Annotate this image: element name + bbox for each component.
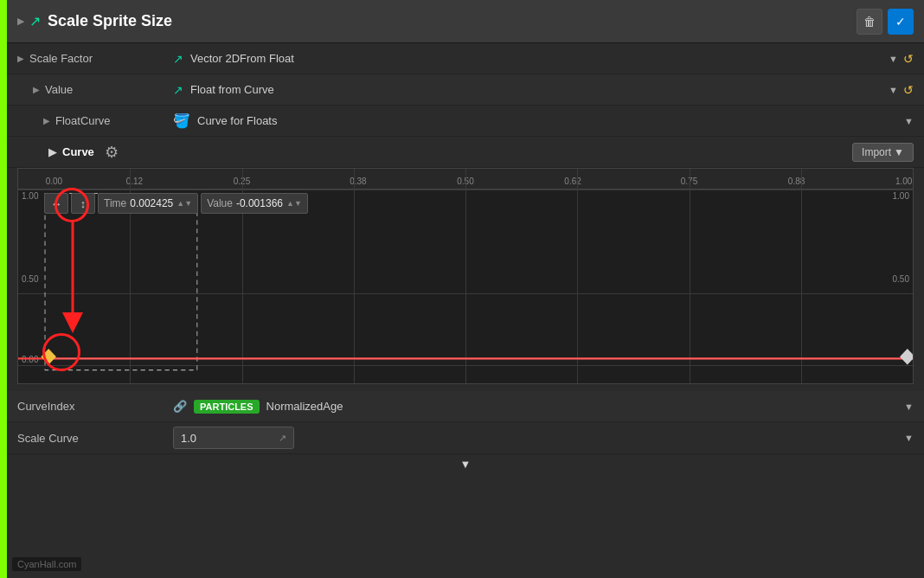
particles-badge[interactable]: PARTICLES — [194, 400, 260, 414]
floatcurve-label: ▶ FloatCurve — [17, 114, 173, 127]
value-arrow[interactable]: ▶ — [33, 85, 40, 94]
curve-collapse-arrow[interactable]: ▶ — [48, 145, 57, 158]
svg-rect-3 — [900, 349, 913, 365]
scale-input-arrow: ↗ — [279, 433, 286, 444]
floatcurve-row: ▶ FloatCurve 🪣 Curve for Floats ▼ — [7, 106, 924, 137]
value-reset[interactable]: ↺ — [903, 83, 914, 97]
curveindex-dropdown[interactable]: ▼ — [904, 401, 914, 412]
floatcurve-arrow[interactable]: ▶ — [43, 116, 50, 125]
scalecurve-label: Scale Curve — [17, 432, 173, 445]
scale-factor-dropdown[interactable]: ▼ — [889, 54, 898, 64]
import-container: Import ▼ — [852, 143, 914, 162]
annotation-arrow — [60, 221, 86, 333]
import-dropdown-arrow: ▼ — [894, 146, 904, 158]
scale-factor-label: ▶ Scale Factor — [17, 52, 173, 65]
annotation-circle-top — [55, 188, 89, 222]
floatcurve-dropdown[interactable]: ▼ — [904, 116, 914, 126]
value-field-label: Value — [207, 197, 233, 209]
time-field-arrow: ▲▼ — [176, 199, 192, 208]
value-label: ▶ Value — [17, 83, 173, 96]
scalecurve-dropdown[interactable]: ▼ — [904, 433, 914, 443]
title-bar: ▶ ↗ Scale Sprite Size 🗑 ✓ — [7, 0, 924, 43]
float-icon: ↗ — [173, 83, 183, 97]
time-field-label: Time — [104, 197, 126, 209]
scalecurve-value: 1.0 ↗ — [173, 427, 904, 449]
left-accent-bar — [0, 0, 7, 578]
delete-button[interactable]: 🗑 — [857, 9, 882, 35]
vector-icon: ↗ — [173, 52, 183, 66]
curve-settings-icon: ⚙ — [105, 143, 119, 162]
floatcurve-controls: ▼ — [904, 116, 914, 126]
title-icon: ↗ — [29, 13, 41, 29]
value-value: ↗ Float from Curve — [173, 83, 889, 97]
scalecurve-row: Scale Curve 1.0 ↗ ▼ — [7, 422, 924, 454]
value-input-field[interactable]: Value -0.001366 ▲▼ — [201, 193, 308, 214]
title-collapse-arrow[interactable]: ▶ — [17, 16, 24, 27]
curve-stack-icon: 🪣 — [173, 112, 190, 129]
floatcurve-value: 🪣 Curve for Floats — [173, 112, 904, 129]
scale-factor-arrow[interactable]: ▶ — [17, 54, 24, 63]
scale-factor-row: ▶ Scale Factor ↗ Vector 2DFrom Float ▼ ↺ — [7, 43, 924, 74]
scale-factor-value: ↗ Vector 2DFrom Float — [173, 52, 889, 66]
confirm-button[interactable]: ✓ — [888, 9, 914, 35]
page-title: Scale Sprite Size — [48, 12, 857, 30]
curveindex-controls: ▼ — [904, 401, 914, 412]
bottom-expand[interactable]: ▼ — [7, 454, 924, 474]
annotation-circle-bottom — [42, 333, 80, 371]
scalecurve-controls: ▼ — [904, 433, 914, 443]
curve-header-row: ▶ Curve ⚙ Import ▼ — [7, 137, 924, 168]
value-field-value: -0.001366 — [236, 197, 283, 209]
curveindex-value: 🔗 PARTICLES NormalizedAge — [173, 400, 904, 414]
scale-input[interactable]: 1.0 ↗ — [173, 427, 294, 449]
watermark: CyanHall.com — [12, 557, 81, 571]
value-field-arrow: ▲▼ — [286, 199, 302, 208]
expand-icon: ▼ — [460, 458, 472, 471]
curve-label: Curve — [62, 145, 94, 158]
curve-edit-area[interactable]: 0.00 0.12 0.25 0.38 0.50 0.62 0.75 0.88 … — [17, 168, 914, 384]
title-actions: 🗑 ✓ — [857, 9, 914, 35]
scale-factor-reset[interactable]: ↺ — [903, 52, 914, 66]
scale-factor-controls: ▼ ↺ — [889, 52, 914, 66]
time-input-field[interactable]: Time 0.002425 ▲▼ — [98, 193, 198, 214]
link-icon: 🔗 — [173, 400, 187, 413]
curveindex-label: CurveIndex — [17, 400, 173, 413]
value-controls: ▼ ↺ — [889, 83, 914, 97]
value-dropdown[interactable]: ▼ — [889, 85, 898, 95]
value-row: ▶ Value ↗ Float from Curve ▼ ↺ — [7, 74, 924, 106]
time-field-value: 0.002425 — [130, 197, 173, 209]
curveindex-row: CurveIndex 🔗 PARTICLES NormalizedAge ▼ — [7, 391, 924, 422]
import-button[interactable]: Import ▼ — [852, 143, 914, 162]
